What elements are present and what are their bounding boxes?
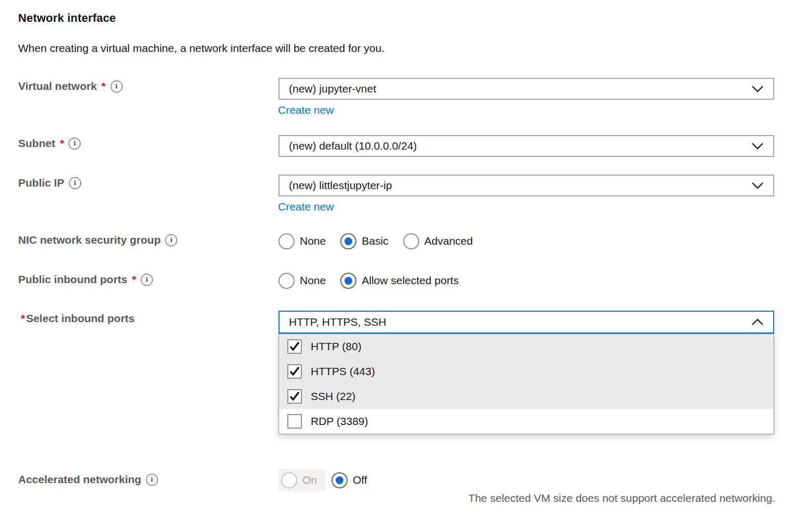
inbound-port-option-rdp[interactable]: RDP (3389) (279, 409, 774, 434)
accelerated-networking-note: The selected VM size does not support ac… (468, 492, 775, 504)
subnet-dropdown[interactable]: (new) default (10.0.0.0/24) (278, 135, 774, 157)
checkbox-icon (287, 414, 302, 429)
page-title: Network interface (18, 11, 116, 25)
public-inbound-ports-label: Public inbound ports * i (18, 273, 153, 286)
public-inbound-ports-label-text: Public inbound ports (18, 273, 127, 286)
virtual-network-label: Virtual network * i (18, 80, 123, 92)
public-ip-create-new-link[interactable]: Create new (278, 201, 334, 213)
nic-nsg-label-text: NIC network security group (18, 234, 161, 246)
info-icon[interactable]: i (69, 177, 81, 189)
inbound-port-option-ssh[interactable]: SSH (22) (279, 384, 774, 409)
accelerated-networking-on-option: On (278, 469, 325, 491)
select-inbound-ports-label-text: Select inbound ports (26, 312, 135, 325)
accelerated-networking-control: On Off (278, 469, 367, 491)
radio-label: Advanced (424, 235, 473, 247)
radio-icon (331, 472, 348, 488)
virtual-network-label-text: Virtual network (18, 80, 97, 92)
checkbox-label: HTTP (80) (311, 340, 362, 353)
radio-label: Basic (362, 235, 388, 247)
required-asterisk: * (132, 273, 136, 286)
checkbox-icon (287, 339, 302, 354)
select-inbound-ports-combobox[interactable]: HTTP, HTTPS, SSH (278, 311, 774, 334)
inbound-ports-listbox: HTTP (80) HTTPS (443) SSH (22) RDP (3389… (278, 334, 774, 434)
virtual-network-create-new-link[interactable]: Create new (278, 104, 334, 116)
radio-icon (278, 233, 295, 249)
subnet-label: Subnet * i (18, 137, 81, 150)
select-inbound-ports-value: HTTP, HTTPS, SSH (289, 316, 751, 328)
public-ip-value: (new) littlestjupyter-ip (289, 179, 751, 192)
info-icon[interactable]: i (146, 474, 158, 486)
radio-label: Allow selected ports (362, 274, 459, 287)
radio-label: On (302, 474, 317, 486)
info-icon[interactable]: i (141, 274, 153, 286)
checkbox-label: HTTPS (443) (311, 365, 375, 378)
nic-nsg-option-basic[interactable]: Basic (340, 233, 388, 249)
virtual-network-dropdown[interactable]: (new) jupyter-vnet (278, 78, 774, 100)
nic-nsg-label: NIC network security group i (18, 234, 177, 246)
nic-nsg-option-none[interactable]: None (278, 233, 326, 249)
checkbox-icon (287, 364, 302, 379)
radio-icon (340, 233, 356, 249)
chevron-up-icon (751, 318, 764, 326)
inbound-port-option-https[interactable]: HTTPS (443) (279, 359, 774, 384)
accelerated-networking-label-text: Accelerated networking (18, 473, 141, 486)
nic-nsg-radio-group: None Basic Advanced (278, 232, 473, 250)
subnet-value: (new) default (10.0.0.0/24) (289, 140, 751, 152)
radio-icon (340, 273, 356, 289)
required-asterisk: * (21, 312, 25, 325)
public-inbound-ports-option-none[interactable]: None (278, 273, 326, 289)
required-asterisk: * (101, 80, 105, 92)
checkbox-label: SSH (22) (311, 390, 355, 403)
info-icon[interactable]: i (69, 138, 81, 150)
info-icon[interactable]: i (165, 234, 177, 246)
network-interface-section: Network interface When creating a virtua… (0, 0, 796, 532)
subnet-label-text: Subnet (18, 137, 55, 150)
nic-nsg-option-advanced[interactable]: Advanced (403, 233, 473, 249)
chevron-down-icon (751, 142, 764, 150)
chevron-down-icon (751, 182, 764, 189)
page-description: When creating a virtual machine, a netwo… (18, 42, 384, 55)
public-inbound-ports-option-allow-selected[interactable]: Allow selected ports (340, 273, 459, 289)
radio-label: None (300, 235, 326, 247)
public-ip-dropdown[interactable]: (new) littlestjupyter-ip (278, 175, 774, 196)
accelerated-networking-label: Accelerated networking i (18, 473, 158, 486)
radio-icon (281, 472, 297, 488)
accelerated-networking-off-option[interactable]: Off (331, 472, 367, 488)
checkbox-label: RDP (3389) (311, 415, 368, 428)
radio-label: Off (353, 474, 367, 486)
radio-label: None (300, 274, 326, 287)
public-ip-label-text: Public IP (18, 177, 64, 189)
radio-icon (403, 233, 419, 249)
virtual-network-value: (new) jupyter-vnet (289, 83, 751, 95)
inbound-port-option-http[interactable]: HTTP (80) (279, 334, 774, 359)
checkbox-icon (287, 389, 302, 404)
public-inbound-ports-radio-group: None Allow selected ports (278, 272, 459, 289)
chevron-down-icon (751, 85, 764, 92)
radio-icon (278, 273, 295, 289)
select-inbound-ports-label: * Select inbound ports (21, 312, 135, 325)
required-asterisk: * (60, 137, 64, 150)
public-ip-label: Public IP i (18, 177, 81, 189)
info-icon[interactable]: i (111, 81, 123, 92)
